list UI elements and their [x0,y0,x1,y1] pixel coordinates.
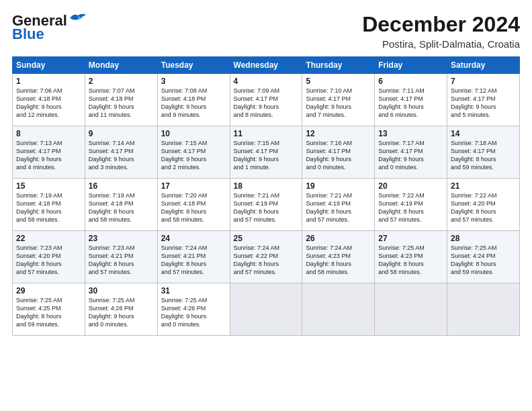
calendar-cell: 16Sunrise: 7:19 AM Sunset: 4:18 PM Dayli… [85,179,157,231]
weekday-header-wednesday: Wednesday [230,57,302,74]
day-number: 11 [234,129,299,138]
main-title: December 2024 [362,12,520,37]
cell-info: Sunrise: 7:21 AM Sunset: 4:19 PM Dayligh… [234,191,299,224]
calendar-cell [302,283,375,336]
day-number: 20 [378,181,443,191]
calendar-cell: 3Sunrise: 7:08 AM Sunset: 4:18 PM Daylig… [157,74,230,126]
calendar-cell: 22Sunrise: 7:23 AM Sunset: 4:20 PM Dayli… [13,231,85,283]
day-number: 28 [451,234,516,243]
calendar-cell: 29Sunrise: 7:25 AM Sunset: 4:25 PM Dayli… [13,283,85,336]
cell-info: Sunrise: 7:17 AM Sunset: 4:17 PM Dayligh… [378,139,443,172]
cell-info: Sunrise: 7:24 AM Sunset: 4:22 PM Dayligh… [234,244,299,277]
cell-info: Sunrise: 7:20 AM Sunset: 4:18 PM Dayligh… [161,191,226,224]
weekday-header-tuesday: Tuesday [157,57,230,74]
cell-info: Sunrise: 7:21 AM Sunset: 4:19 PM Dayligh… [306,191,371,224]
calendar-cell: 21Sunrise: 7:22 AM Sunset: 4:20 PM Dayli… [447,179,520,231]
cell-info: Sunrise: 7:18 AM Sunset: 4:17 PM Dayligh… [451,139,516,172]
calendar-cell: 19Sunrise: 7:21 AM Sunset: 4:19 PM Dayli… [302,179,375,231]
calendar-cell: 13Sunrise: 7:17 AM Sunset: 4:17 PM Dayli… [375,126,447,179]
cell-info: Sunrise: 7:10 AM Sunset: 4:17 PM Dayligh… [306,87,371,120]
title-block: December 2024 Postira, Split-Dalmatia, C… [362,12,520,50]
calendar-cell: 25Sunrise: 7:24 AM Sunset: 4:22 PM Dayli… [230,231,302,283]
weekday-header-sunday: Sunday [13,57,85,74]
calendar-table: SundayMondayTuesdayWednesdayThursdayFrid… [12,56,520,336]
weekday-header-thursday: Thursday [302,57,375,74]
cell-info: Sunrise: 7:25 AM Sunset: 4:26 PM Dayligh… [89,296,154,329]
cell-info: Sunrise: 7:19 AM Sunset: 4:18 PM Dayligh… [16,191,81,224]
calendar-cell [375,283,447,336]
logo: General Blue [12,12,87,43]
calendar-cell: 12Sunrise: 7:16 AM Sunset: 4:17 PM Dayli… [302,126,375,179]
cell-info: Sunrise: 7:08 AM Sunset: 4:18 PM Dayligh… [161,87,226,120]
calendar-cell: 20Sunrise: 7:22 AM Sunset: 4:19 PM Dayli… [375,179,447,231]
day-number: 8 [16,129,81,138]
day-number: 16 [89,181,154,191]
cell-info: Sunrise: 7:25 AM Sunset: 4:25 PM Dayligh… [16,296,81,329]
day-number: 12 [306,129,371,138]
calendar-cell: 5Sunrise: 7:10 AM Sunset: 4:17 PM Daylig… [302,74,375,126]
cell-info: Sunrise: 7:11 AM Sunset: 4:17 PM Dayligh… [378,87,443,120]
cell-info: Sunrise: 7:15 AM Sunset: 4:17 PM Dayligh… [234,139,299,172]
calendar-cell [230,283,302,336]
day-number: 18 [234,181,299,191]
calendar-cell: 24Sunrise: 7:24 AM Sunset: 4:21 PM Dayli… [157,231,230,283]
cell-info: Sunrise: 7:07 AM Sunset: 4:18 PM Dayligh… [89,87,154,120]
day-number: 3 [161,77,226,86]
day-number: 10 [161,129,226,138]
logo-bird-icon [69,11,87,25]
subtitle: Postira, Split-Dalmatia, Croatia [362,38,520,50]
calendar-cell: 14Sunrise: 7:18 AM Sunset: 4:17 PM Dayli… [447,126,520,179]
cell-info: Sunrise: 7:13 AM Sunset: 4:17 PM Dayligh… [16,139,81,172]
day-number: 24 [161,234,226,243]
day-number: 31 [161,286,226,295]
cell-info: Sunrise: 7:16 AM Sunset: 4:17 PM Dayligh… [306,139,371,172]
cell-info: Sunrise: 7:06 AM Sunset: 4:18 PM Dayligh… [16,87,81,120]
day-number: 22 [16,234,81,243]
day-number: 30 [89,286,154,295]
day-number: 23 [89,234,154,243]
day-number: 17 [161,181,226,191]
page: General Blue December 2024 Postira, Spli… [0,0,532,411]
cell-info: Sunrise: 7:24 AM Sunset: 4:21 PM Dayligh… [161,244,226,277]
header: General Blue December 2024 Postira, Spli… [12,12,520,50]
calendar-cell: 1Sunrise: 7:06 AM Sunset: 4:18 PM Daylig… [13,74,85,126]
calendar-cell: 7Sunrise: 7:12 AM Sunset: 4:17 PM Daylig… [447,74,520,126]
cell-info: Sunrise: 7:14 AM Sunset: 4:17 PM Dayligh… [89,139,154,172]
day-number: 2 [89,77,154,86]
day-number: 26 [306,234,371,243]
day-number: 21 [451,181,516,191]
day-number: 4 [234,77,299,86]
weekday-header-monday: Monday [85,57,157,74]
calendar-cell: 2Sunrise: 7:07 AM Sunset: 4:18 PM Daylig… [85,74,157,126]
calendar-cell: 6Sunrise: 7:11 AM Sunset: 4:17 PM Daylig… [375,74,447,126]
cell-info: Sunrise: 7:23 AM Sunset: 4:21 PM Dayligh… [89,244,154,277]
calendar-cell: 10Sunrise: 7:15 AM Sunset: 4:17 PM Dayli… [157,126,230,179]
day-number: 29 [16,286,81,295]
calendar-cell: 26Sunrise: 7:24 AM Sunset: 4:23 PM Dayli… [302,231,375,283]
cell-info: Sunrise: 7:25 AM Sunset: 4:26 PM Dayligh… [161,296,226,329]
day-number: 27 [378,234,443,243]
calendar-cell: 28Sunrise: 7:25 AM Sunset: 4:24 PM Dayli… [447,231,520,283]
calendar-cell: 23Sunrise: 7:23 AM Sunset: 4:21 PM Dayli… [85,231,157,283]
day-number: 19 [306,181,371,191]
cell-info: Sunrise: 7:22 AM Sunset: 4:20 PM Dayligh… [451,191,516,224]
day-number: 1 [16,77,81,86]
calendar-cell [447,283,520,336]
day-number: 9 [89,129,154,138]
cell-info: Sunrise: 7:25 AM Sunset: 4:24 PM Dayligh… [451,244,516,277]
weekday-header-saturday: Saturday [447,57,520,74]
calendar-cell: 11Sunrise: 7:15 AM Sunset: 4:17 PM Dayli… [230,126,302,179]
calendar-cell: 30Sunrise: 7:25 AM Sunset: 4:26 PM Dayli… [85,283,157,336]
calendar-cell: 17Sunrise: 7:20 AM Sunset: 4:18 PM Dayli… [157,179,230,231]
cell-info: Sunrise: 7:24 AM Sunset: 4:23 PM Dayligh… [306,244,371,277]
day-number: 13 [378,129,443,138]
calendar-cell: 4Sunrise: 7:09 AM Sunset: 4:17 PM Daylig… [230,74,302,126]
weekday-header-friday: Friday [375,57,447,74]
cell-info: Sunrise: 7:19 AM Sunset: 4:18 PM Dayligh… [89,191,154,224]
day-number: 14 [451,129,516,138]
cell-info: Sunrise: 7:12 AM Sunset: 4:17 PM Dayligh… [451,87,516,120]
cell-info: Sunrise: 7:23 AM Sunset: 4:20 PM Dayligh… [16,244,81,277]
calendar-cell: 8Sunrise: 7:13 AM Sunset: 4:17 PM Daylig… [13,126,85,179]
cell-info: Sunrise: 7:25 AM Sunset: 4:23 PM Dayligh… [378,244,443,277]
day-number: 25 [234,234,299,243]
